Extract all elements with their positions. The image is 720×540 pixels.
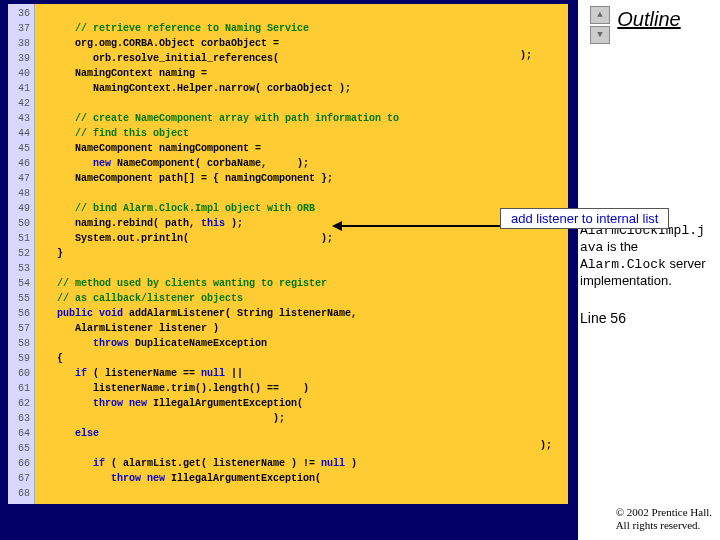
scroll-down-icon[interactable]: ▼ xyxy=(590,26,610,44)
line-gutter: 36 37 38 39 40 41 42 43 44 45 46 47 48 4… xyxy=(8,4,35,504)
callout-arrow xyxy=(340,225,520,227)
stray-paren: ); xyxy=(520,50,532,61)
copyright: © 2002 Prentice Hall. All rights reserve… xyxy=(616,506,712,532)
scroll-up-icon[interactable]: ▲ xyxy=(590,6,610,24)
trailing-token: ); xyxy=(540,440,552,451)
code-body: // retrieve reference to Naming Service … xyxy=(35,4,568,504)
scroll-controls: ▲ ▼ xyxy=(590,6,610,44)
line-reference: Line 56 xyxy=(580,310,626,326)
code-area: 36 37 38 39 40 41 42 43 44 45 46 47 48 4… xyxy=(8,4,568,504)
annotation-text: AlarmClockImpl.j ava is the Alarm.Clock … xyxy=(580,222,715,289)
callout-box: add listener to internal list xyxy=(500,208,669,229)
